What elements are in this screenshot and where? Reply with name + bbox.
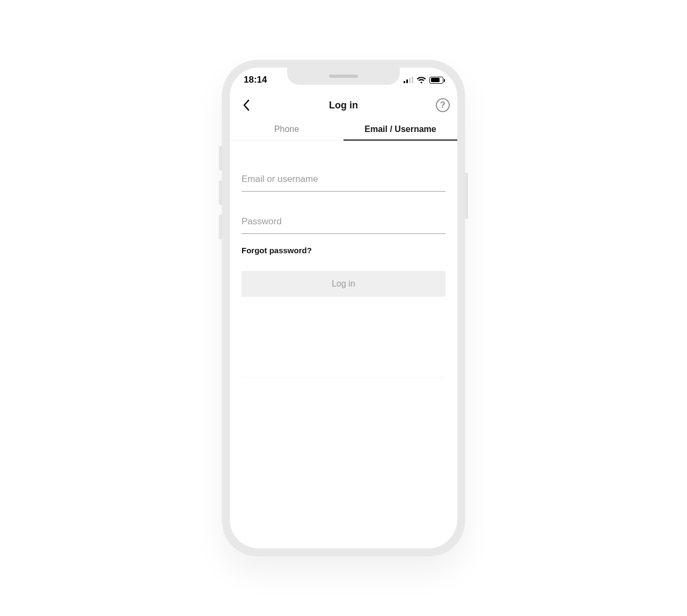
nav-bar: Log in ?	[230, 92, 457, 118]
chevron-left-icon	[243, 99, 250, 111]
content-divider	[242, 377, 445, 378]
wifi-icon	[416, 77, 426, 84]
question-mark-icon: ?	[440, 100, 445, 110]
status-time: 18:14	[244, 75, 267, 85]
page-title: Log in	[329, 100, 358, 111]
phone-screen: 18:14	[230, 68, 457, 548]
login-form: Forgot password? Log in	[230, 141, 457, 378]
login-button[interactable]: Log in	[242, 271, 445, 297]
password-input[interactable]	[242, 211, 445, 234]
status-bar: 18:14	[230, 68, 457, 92]
status-indicators	[404, 77, 443, 84]
forgot-password-link[interactable]: Forgot password?	[242, 246, 445, 255]
login-tabs: Phone Email / Username	[230, 118, 457, 141]
battery-icon	[429, 77, 443, 84]
cellular-signal-icon	[404, 77, 413, 83]
tab-phone[interactable]: Phone	[230, 118, 344, 140]
help-button[interactable]: ?	[436, 98, 450, 112]
app-content: Log in ? Phone Email / Username	[230, 92, 457, 548]
email-username-input[interactable]	[242, 168, 445, 192]
tab-email-username[interactable]: Email / Username	[344, 118, 457, 140]
phone-frame: 18:14	[222, 60, 465, 556]
back-button[interactable]	[237, 96, 255, 114]
